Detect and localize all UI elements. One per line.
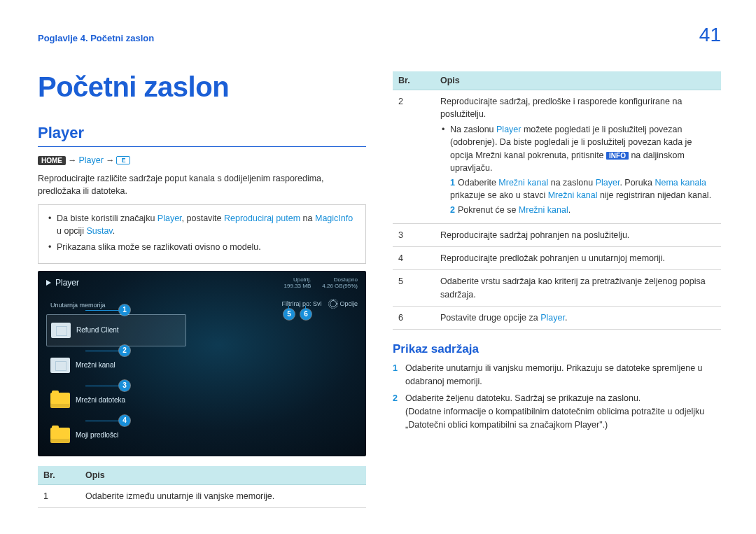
arrow-icon: → bbox=[106, 155, 115, 165]
sub-bullet: Na zaslonu Player možete pogledati je li… bbox=[450, 123, 715, 174]
table-row: 1 Odaberite između unutarnje ili vanjske… bbox=[38, 484, 366, 507]
calendar-icon bbox=[51, 323, 71, 338]
section-heading: Player bbox=[38, 124, 366, 142]
table-header: Opis bbox=[435, 71, 721, 90]
sidebar-item[interactable]: Refund Client bbox=[46, 314, 186, 346]
calendar-icon bbox=[50, 358, 70, 373]
folder-icon bbox=[50, 428, 70, 443]
note-item: Prikazana slika može se razlikovati ovis… bbox=[47, 241, 357, 253]
callout-marker: 4 bbox=[119, 415, 130, 426]
subsection-heading: Prikaz sadržaja bbox=[393, 342, 721, 356]
callout-marker: 1 bbox=[119, 304, 130, 316]
list-item: 1 Odaberite unutarnju ili vanjsku memori… bbox=[393, 362, 721, 388]
folder-icon bbox=[50, 393, 70, 408]
player-screenshot: Player Upotrij.199.33 MB Dostupno4.26 GB… bbox=[38, 271, 366, 456]
table-header: Br. bbox=[393, 71, 435, 90]
page-number: 41 bbox=[699, 24, 721, 46]
gear-icon bbox=[330, 300, 337, 307]
table-header: Opis bbox=[80, 466, 366, 485]
breadcrumb-link: Player bbox=[79, 155, 104, 165]
callout-marker: 3 bbox=[119, 380, 130, 391]
table-row: 6Postavite druge opcije za Player. bbox=[393, 306, 721, 329]
description-table-right: Br. Opis 2 Reproducirajte sadržaj, predl… bbox=[393, 71, 721, 330]
callout-marker: 5 bbox=[284, 309, 295, 320]
play-icon bbox=[46, 280, 51, 286]
note-box: Da biste koristili značajku Player, post… bbox=[38, 204, 366, 263]
chapter-label: Poglavlje 4. Početni zaslon bbox=[38, 33, 154, 43]
divider bbox=[38, 146, 366, 147]
info-badge: INFO bbox=[606, 152, 629, 160]
sub-step: 2Pokrenut će se Mrežni kanal. bbox=[450, 204, 715, 216]
sidebar-item[interactable]: Moji predlošci bbox=[46, 419, 186, 451]
list-item: 2 Odaberite željenu datoteku. Sadržaj se… bbox=[393, 392, 721, 431]
intro-text: Reproducirajte različite sadržaje poput … bbox=[38, 172, 366, 197]
callout-marker: 2 bbox=[119, 345, 130, 356]
sidebar-item[interactable]: Mrežni kanal bbox=[46, 349, 186, 381]
breadcrumb: HOME → Player → E bbox=[38, 155, 366, 165]
sidebar-label: Unutarnja memorija bbox=[50, 302, 186, 309]
options-button[interactable]: Opcije bbox=[330, 300, 358, 307]
sidebar-item[interactable]: Mrežni datoteka bbox=[46, 384, 186, 416]
description-table-left: Br. Opis 1 Odaberite između unutarnje il… bbox=[38, 466, 366, 508]
arrow-icon: → bbox=[68, 155, 77, 165]
table-row: 3Reproducirajte sadržaj pohranjen na pos… bbox=[393, 224, 721, 247]
table-row: 5Odaberite vrstu sadržaja kao kriterij z… bbox=[393, 270, 721, 306]
page-title: Početni zaslon bbox=[38, 71, 366, 103]
shot-title: Player bbox=[46, 278, 79, 288]
home-badge: HOME bbox=[38, 156, 66, 165]
table-row: 4Reproducirajte predložak pohranjen u un… bbox=[393, 247, 721, 270]
table-header: Br. bbox=[38, 466, 80, 485]
shot-stats: Upotrij.199.33 MB Dostupno4.26 GB(95%) bbox=[284, 276, 358, 289]
sub-step: 1Odaberite Mrežni kanal na zaslonu Playe… bbox=[450, 176, 715, 202]
note-item: Da biste koristili značajku Player, post… bbox=[47, 212, 357, 237]
table-row: 2 Reproducirajte sadržaj, predloške i ra… bbox=[393, 90, 721, 224]
enter-icon: E bbox=[116, 156, 130, 164]
callout-marker: 6 bbox=[300, 309, 312, 320]
